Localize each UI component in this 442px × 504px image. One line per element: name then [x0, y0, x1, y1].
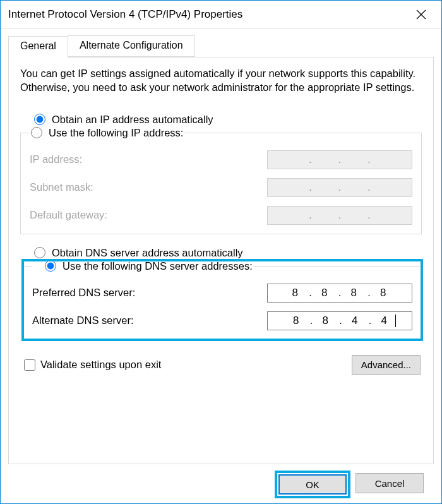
ip-address-input: ... [267, 150, 412, 169]
cancel-button[interactable]: Cancel [355, 473, 424, 493]
default-gateway-label: Default gateway: [30, 209, 107, 221]
tab-alternate-configuration[interactable]: Alternate Configuration [68, 35, 195, 57]
dns-manual-group: Use the following DNS server addresses: … [23, 260, 422, 340]
radio-dns-auto-row[interactable]: Obtain DNS server address automatically [34, 246, 422, 260]
radio-ip-manual-label: Use the following IP address: [49, 127, 183, 139]
radio-dns-auto-label: Obtain DNS server address automatically [52, 247, 243, 259]
preferred-dns-label: Preferred DNS server: [32, 287, 135, 299]
default-gateway-row: Default gateway: ... [30, 206, 412, 225]
advanced-button[interactable]: Advanced... [352, 355, 421, 375]
validate-checkbox-label: Validate settings upon exit [40, 359, 161, 371]
titlebar: Internet Protocol Version 4 (TCP/IPv4) P… [1, 1, 441, 29]
tab-general[interactable]: General [8, 36, 68, 57]
validate-checkbox[interactable] [24, 359, 35, 371]
preferred-dns-row: Preferred DNS server: 8. 8. 8. 8 [32, 284, 412, 303]
ip-manual-group: Use the following IP address: IP address… [20, 127, 422, 234]
preferred-dns-input[interactable]: 8. 8. 8. 8 [267, 284, 412, 303]
tabpage-general: You can get IP settings assigned automat… [8, 57, 434, 464]
alternate-dns-input[interactable]: 8. 8. 4. 4 [267, 311, 412, 330]
radio-dns-auto[interactable] [34, 247, 45, 258]
radio-ip-manual-row[interactable]: Use the following IP address: [31, 127, 183, 139]
ok-button[interactable]: OK [278, 474, 347, 495]
bottom-row: Validate settings upon exit Advanced... [20, 355, 422, 375]
radio-dns-manual-label: Use the following DNS server addresses: [63, 260, 253, 272]
close-button[interactable] [407, 1, 435, 28]
validate-checkbox-row[interactable]: Validate settings upon exit [24, 359, 161, 371]
radio-ip-auto[interactable] [34, 114, 45, 125]
radio-ip-auto-row[interactable]: Obtain an IP address automatically [34, 112, 422, 127]
subnet-mask-row: Subnet mask: ... [30, 178, 412, 197]
window-title: Internet Protocol Version 4 (TCP/IPv4) P… [8, 8, 407, 21]
tabstrip: General Alternate Configuration [8, 35, 434, 57]
alternate-dns-row: Alternate DNS server: 8. 8. 4. 4 [32, 311, 412, 330]
subnet-mask-label: Subnet mask: [30, 181, 93, 193]
client-area: General Alternate Configuration You can … [1, 29, 441, 503]
default-gateway-input: ... [267, 206, 412, 225]
ip-address-row: IP address: ... [30, 150, 412, 169]
radio-dns-manual[interactable] [45, 260, 56, 272]
dialog-buttons: OK Cancel [8, 464, 434, 496]
radio-ip-auto-label: Obtain an IP address automatically [52, 114, 213, 126]
radio-dns-manual-row[interactable]: Use the following DNS server addresses: [45, 260, 253, 272]
alternate-dns-label: Alternate DNS server: [32, 315, 133, 327]
text-caret [395, 315, 396, 327]
radio-ip-manual[interactable] [31, 127, 42, 138]
subnet-mask-input: ... [267, 178, 412, 197]
description-text: You can get IP settings assigned automat… [20, 66, 422, 95]
close-icon [416, 9, 426, 20]
ok-button-highlight: OK [277, 473, 348, 496]
ip-address-label: IP address: [30, 153, 82, 165]
ipv4-properties-window: Internet Protocol Version 4 (TCP/IPv4) P… [0, 0, 442, 504]
